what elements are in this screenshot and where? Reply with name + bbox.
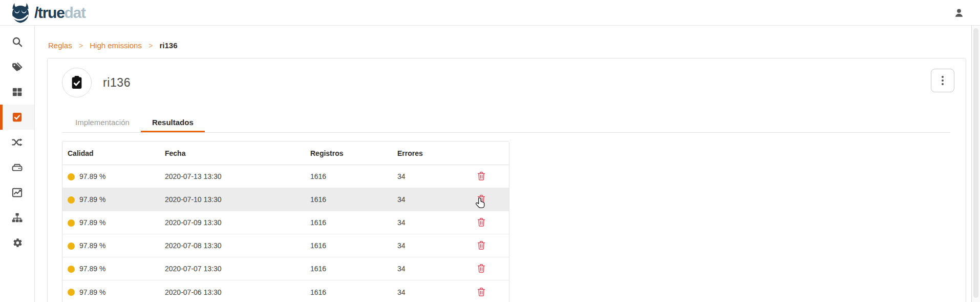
quality-status-dot — [68, 289, 75, 296]
breadcrumb-separator: > — [148, 42, 153, 50]
breadcrumb-link-reglas[interactable]: Reglas — [48, 41, 72, 50]
records-count: 1616 — [305, 188, 392, 211]
tab-implementacion[interactable]: Implementación — [64, 113, 141, 132]
check-square-icon — [11, 111, 23, 123]
column-header-errores: Errores — [392, 142, 470, 165]
sidebar — [0, 26, 35, 302]
sidebar-item-shuffle[interactable] — [0, 130, 34, 155]
records-count: 1616 — [305, 257, 392, 280]
delete-result-button[interactable] — [475, 239, 487, 251]
rule-card-header: ri136 — [62, 68, 950, 97]
trash-icon — [477, 221, 485, 229]
results-table: Calidad Fecha Registros Errores 97.89 % … — [62, 141, 509, 302]
errors-count: 34 — [392, 211, 470, 234]
app-header: /truedat — [0, 0, 980, 26]
delete-result-button[interactable] — [475, 193, 487, 205]
sidebar-item-charts[interactable] — [0, 180, 34, 205]
chart-line-icon — [11, 187, 23, 198]
delete-result-button[interactable] — [475, 170, 487, 182]
gear-icon — [11, 237, 23, 249]
trash-icon — [477, 175, 485, 183]
quality-value: 97.89 % — [79, 196, 105, 204]
scrollbar-thumb[interactable] — [973, 28, 978, 298]
execution-date: 2020-07-09 13:30 — [160, 211, 305, 234]
trash-icon — [477, 198, 485, 206]
drawer-icon — [11, 162, 23, 173]
search-icon — [11, 36, 23, 48]
errors-count: 34 — [392, 257, 470, 280]
column-header-registros: Registros — [305, 142, 392, 165]
delete-result-button[interactable] — [475, 263, 487, 274]
logo-text: /truedat — [34, 5, 86, 21]
quality-status-dot — [68, 243, 75, 250]
breadcrumb: Reglas > High emissions > ri136 — [47, 41, 966, 50]
records-count: 1616 — [305, 234, 392, 257]
truedat-logo[interactable]: /truedat — [10, 3, 86, 23]
records-count: 1616 — [305, 165, 392, 188]
sidebar-item-drawer[interactable] — [0, 155, 34, 180]
sitemap-icon — [11, 212, 23, 224]
errors-count: 34 — [392, 280, 470, 302]
more-options-button[interactable] — [931, 69, 954, 92]
quality-value: 97.89 % — [79, 265, 105, 273]
records-count: 1616 — [305, 280, 392, 302]
main-content: Reglas > High emissions > ri136 ri136 — [35, 26, 971, 302]
quality-status-dot — [68, 173, 75, 180]
clipboard-check-icon — [62, 68, 92, 97]
execution-date: 2020-07-08 13:30 — [160, 234, 305, 257]
execution-date: 2020-07-07 13:30 — [160, 257, 305, 280]
quality-value: 97.89 % — [79, 219, 105, 227]
sidebar-item-settings[interactable] — [0, 230, 34, 255]
delete-result-button[interactable] — [475, 216, 487, 228]
execution-date: 2020-07-10 13:30 — [160, 188, 305, 211]
tags-icon — [11, 61, 23, 73]
sidebar-item-grid[interactable] — [0, 79, 34, 105]
table-row[interactable]: 97.89 % 2020-07-10 13:30 1616 34 — [62, 188, 509, 211]
sidebar-item-rules[interactable] — [0, 105, 34, 130]
records-count: 1616 — [305, 211, 392, 234]
errors-count: 34 — [392, 234, 470, 257]
trash-icon — [477, 291, 485, 298]
quality-value: 97.89 % — [79, 288, 105, 296]
shuffle-icon — [11, 136, 23, 148]
execution-date: 2020-07-06 13:30 — [160, 280, 305, 302]
rule-title: ri136 — [103, 76, 131, 90]
errors-count: 34 — [392, 188, 470, 211]
tab-resultados[interactable]: Resultados — [141, 113, 205, 132]
table-row[interactable]: 97.89 % 2020-07-08 13:30 1616 34 — [62, 234, 509, 257]
sidebar-item-tags[interactable] — [0, 54, 34, 79]
breadcrumb-separator: > — [79, 42, 83, 50]
kebab-menu-icon — [942, 76, 944, 85]
column-header-fecha: Fecha — [160, 142, 305, 165]
trash-icon — [477, 267, 485, 275]
vertical-scrollbar[interactable] — [971, 26, 980, 302]
app-root: /truedat — [0, 0, 980, 302]
table-row[interactable]: 97.89 % 2020-07-07 13:30 1616 34 — [62, 257, 509, 280]
user-icon — [953, 12, 965, 20]
table-row[interactable]: 97.89 % 2020-07-13 13:30 1616 34 — [62, 165, 509, 188]
quality-status-dot — [68, 266, 75, 273]
execution-date: 2020-07-13 13:30 — [160, 165, 305, 188]
breadcrumb-link-high-emissions[interactable]: High emissions — [90, 41, 142, 50]
delete-result-button[interactable] — [475, 286, 487, 298]
table-row[interactable]: 97.89 % 2020-07-06 13:30 1616 34 — [62, 280, 509, 302]
breadcrumb-current: ri136 — [159, 41, 177, 50]
table-header-row: Calidad Fecha Registros Errores — [62, 142, 509, 165]
rule-card: ri136 Implementación Resultados Calidad … — [47, 58, 966, 302]
sidebar-item-search[interactable] — [0, 29, 34, 54]
sidebar-item-sitemap[interactable] — [0, 205, 34, 230]
grid-icon — [11, 86, 23, 98]
errors-count: 34 — [392, 165, 470, 188]
column-header-actions — [470, 142, 509, 165]
tabs: Implementación Resultados — [62, 113, 950, 133]
quality-status-dot — [68, 219, 75, 227]
owl-logo-icon — [10, 3, 31, 23]
column-header-calidad: Calidad — [62, 142, 160, 165]
quality-value: 97.89 % — [79, 242, 105, 250]
trash-icon — [477, 244, 485, 252]
quality-status-dot — [68, 196, 75, 204]
table-row[interactable]: 97.89 % 2020-07-09 13:30 1616 34 — [62, 211, 509, 234]
quality-value: 97.89 % — [79, 173, 105, 181]
user-menu-button[interactable] — [953, 7, 965, 18]
